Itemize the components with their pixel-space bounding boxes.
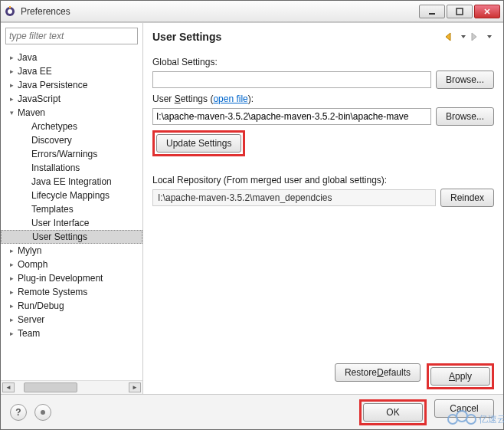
filter-box <box>5 28 138 44</box>
tree-spacer <box>21 122 30 131</box>
tree-spacer <box>21 163 30 172</box>
filter-input[interactable] <box>5 28 138 44</box>
app-icon <box>4 5 16 18</box>
help-button[interactable]: ? <box>10 404 27 421</box>
tree-spacer <box>21 191 30 200</box>
tree-item-team[interactable]: ▸Team <box>1 327 142 340</box>
highlight-ok: OK <box>359 399 427 425</box>
tree-spacer <box>21 232 31 241</box>
local-repo-value: I:\apache-maven-3.5.2\maven_dependcies <box>152 189 436 206</box>
tree-item-lifecycle-mappings[interactable]: Lifecycle Mappings <box>1 189 142 202</box>
tree-spacer <box>21 149 30 159</box>
import-export-button[interactable] <box>34 404 51 421</box>
svg-rect-3 <box>429 13 435 15</box>
open-file-link[interactable]: open file <box>213 94 247 104</box>
local-repo-label: Local Repository (From merged user and g… <box>152 175 494 185</box>
tree-item-installations[interactable]: Installations <box>1 161 142 175</box>
maximize-button[interactable] <box>447 5 473 18</box>
tree-item-user-interface[interactable]: User Interface <box>1 216 142 230</box>
tree-item-label: User Settings <box>32 231 87 242</box>
nav-forward-button[interactable] <box>470 31 483 43</box>
tree-item-label: Java EE <box>18 66 52 77</box>
expand-icon[interactable]: ▸ <box>7 80 16 90</box>
svg-point-8 <box>466 415 476 424</box>
expand-icon[interactable]: ▸ <box>7 246 16 255</box>
scroll-thumb[interactable] <box>24 382 77 392</box>
tree-item-label: Java Persistence <box>18 80 87 90</box>
ok-button[interactable]: OK <box>363 403 423 422</box>
browse-global-button[interactable]: Browse... <box>436 71 494 89</box>
tree-item-templates[interactable]: Templates <box>1 202 142 216</box>
tree-spacer <box>21 205 30 214</box>
nav-back-button[interactable] <box>443 31 457 43</box>
tree-item-label: Lifecycle Mappings <box>31 190 110 201</box>
svg-rect-4 <box>457 8 463 15</box>
expand-icon[interactable]: ▸ <box>7 53 16 62</box>
tree-item-maven[interactable]: ▾Maven <box>1 106 142 120</box>
tree-item-label: Oomph <box>18 259 47 270</box>
tree-item-label: Installations <box>31 162 80 173</box>
svg-text:亿速云: 亿速云 <box>478 414 504 425</box>
tree-item-discovery[interactable]: Discovery <box>1 133 142 147</box>
minimize-button[interactable] <box>419 5 445 18</box>
user-settings-label: User Settings (open file): <box>152 94 494 104</box>
tree-item-java-persistence[interactable]: ▸Java Persistence <box>1 78 142 92</box>
tree-item-label: Team <box>18 328 40 339</box>
tree-item-label: Discovery <box>31 135 72 146</box>
highlight-update-settings: Update Settings <box>152 130 245 156</box>
nav-forward-menu[interactable] <box>485 31 494 43</box>
close-button[interactable] <box>474 5 500 18</box>
expand-icon[interactable]: ▸ <box>7 260 16 269</box>
page-title: User Settings <box>152 31 443 43</box>
tree-item-javascript[interactable]: ▸JavaScript <box>1 92 142 106</box>
window-title: Preferences <box>21 6 419 17</box>
update-settings-button[interactable]: Update Settings <box>156 134 241 153</box>
tree-item-label: Java <box>18 52 37 63</box>
tree-item-label: JavaScript <box>18 94 61 104</box>
preference-tree[interactable]: ▸Java▸Java EE▸Java Persistence▸JavaScrip… <box>1 49 142 380</box>
highlight-apply: Apply <box>427 363 494 389</box>
restore-defaults-button[interactable]: Restore Defaults <box>335 363 421 382</box>
tree-item-label: Errors/Warnings <box>31 149 97 159</box>
reindex-button[interactable]: Reindex <box>440 189 494 207</box>
sidebar-hscrollbar[interactable]: ◄ ► <box>1 380 142 394</box>
tree-item-mylyn[interactable]: ▸Mylyn <box>1 244 142 258</box>
expand-icon[interactable]: ▸ <box>7 274 16 283</box>
global-settings-label: Global Settings: <box>152 57 494 67</box>
tree-item-java[interactable]: ▸Java <box>1 51 142 64</box>
expand-icon[interactable]: ▸ <box>7 315 16 324</box>
tree-item-user-settings[interactable]: User Settings <box>1 230 142 244</box>
tree-item-server[interactable]: ▸Server <box>1 313 142 327</box>
collapse-icon[interactable]: ▾ <box>7 108 16 117</box>
tree-item-errors-warnings[interactable]: Errors/Warnings <box>1 147 142 161</box>
apply-button[interactable]: Apply <box>430 367 490 386</box>
svg-rect-2 <box>9 6 11 8</box>
tree-item-oomph[interactable]: ▸Oomph <box>1 258 142 271</box>
expand-icon[interactable]: ▸ <box>7 94 16 103</box>
tree-item-archetypes[interactable]: Archetypes <box>1 120 142 133</box>
tree-spacer <box>21 177 30 186</box>
scroll-right-arrow[interactable]: ► <box>129 382 141 392</box>
tree-item-label: Server <box>18 314 44 325</box>
tree-spacer <box>21 136 30 145</box>
tree-item-label: Maven <box>18 107 45 118</box>
expand-icon[interactable]: ▸ <box>7 301 16 310</box>
user-settings-input[interactable] <box>152 108 431 125</box>
tree-item-label: Mylyn <box>18 245 41 256</box>
tree-item-run-debug[interactable]: ▸Run/Debug <box>1 299 142 313</box>
tree-item-java-ee-integration[interactable]: Java EE Integration <box>1 175 142 189</box>
tree-item-label: Java EE Integration <box>31 176 112 187</box>
scroll-left-arrow[interactable]: ◄ <box>2 382 15 392</box>
svg-point-7 <box>457 411 467 422</box>
tree-item-plug-in-development[interactable]: ▸Plug-in Development <box>1 271 142 285</box>
tree-item-java-ee[interactable]: ▸Java EE <box>1 64 142 78</box>
expand-icon[interactable]: ▸ <box>7 329 16 338</box>
expand-icon[interactable]: ▸ <box>7 287 16 297</box>
nav-back-menu[interactable] <box>459 31 468 43</box>
tree-item-remote-systems[interactable]: ▸Remote Systems <box>1 285 142 299</box>
watermark-logo: 亿速云 <box>443 407 504 430</box>
browse-user-button[interactable]: Browse... <box>436 107 494 126</box>
expand-icon[interactable]: ▸ <box>7 67 16 76</box>
sidebar: ▸Java▸Java EE▸Java Persistence▸JavaScrip… <box>1 23 143 394</box>
global-settings-input[interactable] <box>152 71 431 88</box>
